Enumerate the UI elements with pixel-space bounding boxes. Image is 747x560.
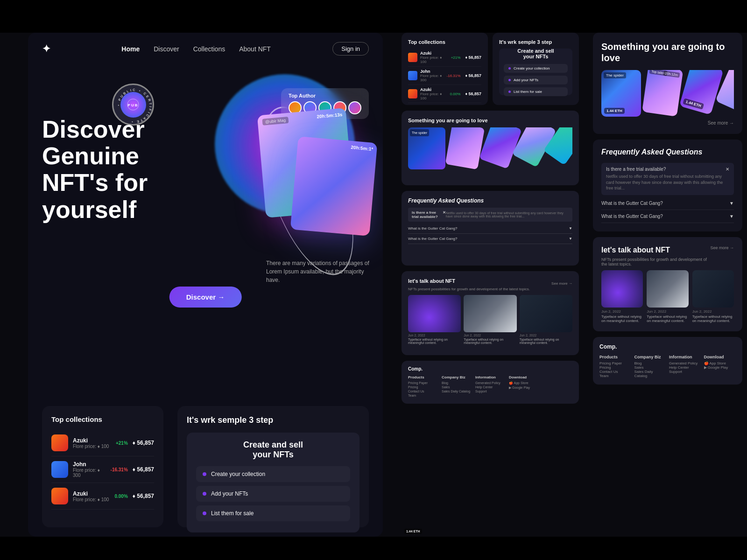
mini-col-row-3: Azuki Flore price: ♦ 100 0.00% ♦ 56,857 <box>408 85 481 103</box>
footer-full-item-1-2: Pricing <box>599 365 632 370</box>
mini-faq-item-3[interactable]: What is the Gutter Cat Gang? ▼ <box>408 234 572 244</box>
steps-card: It's wrk semple 3 step Create and sellyo… <box>177 406 369 527</box>
discover-button[interactable]: Discover → <box>169 287 242 308</box>
nav-collections[interactable]: Collections <box>193 45 225 53</box>
mini-step-card-title: Create and sellyour NFTs <box>517 48 554 59</box>
mini-love-title: Something you are going to love <box>408 117 572 124</box>
collection-floor-2: Flore price: ♦ 300 <box>73 468 106 478</box>
signin-button[interactable]: Sign in <box>332 42 369 56</box>
love-see-more[interactable]: See more → <box>601 120 734 126</box>
faq-main-title: Frequently Asked Questions <box>601 148 734 156</box>
footer-col-3-title: Information <box>475 375 505 379</box>
footer-full-col2-title: Company Biz <box>634 355 667 359</box>
mini-blog-img-1 <box>408 295 461 332</box>
main-panel: ✦ Home Discover Collections About NFT Si… <box>28 33 383 537</box>
collection-price-1: ♦ 56,857 <box>133 440 154 446</box>
step-item-2[interactable]: Add your NFTs <box>196 486 350 502</box>
mini-col-row-2: John Flore price: ♦ 300 -16.31% ♦ 56,857 <box>408 67 481 85</box>
nav-links: Home Discover Collections About NFT <box>78 45 314 53</box>
collection-name-2: John <box>73 461 106 468</box>
collection-change-2: -16.31% <box>111 467 128 472</box>
faq-item-1[interactable]: Is there a free trial available? ✕ Netfl… <box>601 163 734 195</box>
blog-post-full-2: Jun 2, 2022 Typeface without relying on … <box>647 270 688 323</box>
mini-blog-sub: NFTs present possibilities for growth an… <box>408 287 530 291</box>
love-main-title: Something you are going to love <box>601 41 734 63</box>
bottom-bar <box>0 537 747 560</box>
faq-item-3[interactable]: What is the Gutter Cat Gang? ▼ <box>601 210 734 223</box>
blog-post-full-1: Jun 2, 2022 Typeface without relying on … <box>601 270 643 323</box>
footer-full-item-2-2: Sales <box>634 365 667 370</box>
footer-item-1-4: Team <box>408 394 438 397</box>
mini-avatar-3 <box>408 89 417 98</box>
nft-card-1-timer: 20h:5m:13s <box>317 112 343 119</box>
footer-grid: Products Pricing Paper Pricing Contact U… <box>408 375 572 398</box>
nav-about[interactable]: About NFT <box>239 45 271 53</box>
faq-q2: What is the Gutter Cat Gang? ▼ <box>601 201 734 206</box>
collection-price-3: ♦ 56,857 <box>133 493 154 499</box>
mini-footer-card: Comp. Products Pricing Paper Pricing Con… <box>402 361 579 404</box>
mini-steps-card: It's wrk semple 3 step Create and sellyo… <box>493 33 579 105</box>
blog-full-posts: Jun 2, 2022 Typeface without relying on … <box>601 270 734 323</box>
mini-avatar-1 <box>408 53 417 62</box>
love-card-1-label: The spider <box>604 72 626 78</box>
mini-blog-post-1: Jun 2, 2022 Typeface without relying on … <box>408 295 461 344</box>
collection-name-1: Azuki <box>73 437 111 444</box>
footer-item-3-2: Help Center <box>475 385 505 389</box>
footer-full-card: Comp. Products Pricing Paper Pricing Con… <box>593 337 742 385</box>
footer-item-1-3: Contact Us <box>408 390 438 393</box>
footer-item-1-2: Pricing <box>408 385 438 389</box>
mini-step-3: List them for sale <box>504 87 568 96</box>
nft-card-2-timer: 20h:5m:1* <box>351 145 374 152</box>
mini-faq-title: Frequently Asked Questions <box>408 197 572 204</box>
love-full-card: Something you are going to love 1.44 ETH… <box>593 33 742 134</box>
footer-full-company: Comp. <box>599 343 736 350</box>
footer-full-col3-title: Information <box>669 355 701 359</box>
mini-faq-a1: Netflix used to offer 30 days of free tr… <box>446 211 569 219</box>
nft-card-2: 20h:5m:1* <box>290 136 378 236</box>
step-card-title: Create and sellyour NFTs <box>196 440 350 460</box>
blog-date-2: Jun 2, 2022 <box>647 309 688 314</box>
love-card-3-price: 1.44 ETH <box>683 98 704 110</box>
nav-home[interactable]: Home <box>121 45 140 53</box>
collection-price-2: ♦ 56,857 <box>133 466 154 473</box>
footer-full-item-1-4: Team <box>599 374 632 378</box>
mini-faq-item-2[interactable]: What is the Gutter Cat Gang? ▼ <box>408 224 572 234</box>
footer-item-2-2: Sales <box>442 385 472 389</box>
mini-faq-item-1[interactable]: Is there a free trial available? ✕ Netfl… <box>408 208 572 222</box>
collection-avatar-1 <box>51 434 68 451</box>
step-item-1[interactable]: Create your collection <box>196 466 350 482</box>
blog-date-1: Jun 2, 2022 <box>601 309 643 314</box>
mini-love-card: Something you are going to love The spid… <box>402 111 579 185</box>
mini-top-collections: Top collections Azuki Flore price: ♦ 100… <box>402 33 488 105</box>
top-bar <box>0 0 747 33</box>
footer-full-col4-title: Download <box>704 355 736 359</box>
faq-q1: Is there a free trial available? ✕ <box>606 167 729 172</box>
mini-row-1: Top collections Azuki Flore price: ♦ 100… <box>402 33 579 105</box>
blog-full-title: let's talk about NFT <box>601 245 710 255</box>
mini-blog-date-2: Jun 2, 2022 <box>464 334 516 337</box>
nft-cards: @ubir Mag 20h:5m:13s 20h:5m:1* <box>252 112 374 242</box>
footer-full-item-3-1: Generated Policy <box>669 361 701 365</box>
step-item-3[interactable]: List them for sale <box>196 505 350 521</box>
step-label-2: Add your NFTs <box>211 490 248 497</box>
right-panel-2: Something you are going to love 1.44 ETH… <box>593 33 742 537</box>
footer-item-3-3: Support <box>475 390 505 393</box>
footer-full-item-3-2: Help Center <box>669 365 701 370</box>
blog-see-more[interactable]: See more → <box>551 281 572 286</box>
collection-name-3: Azuki <box>73 490 110 497</box>
blog-full-sub: NFTs present possibilities for growth an… <box>601 257 710 266</box>
mini-blog-img-3 <box>520 295 572 332</box>
collection-avatar-2 <box>51 461 68 478</box>
mini-step-1: Create your collection <box>504 64 568 73</box>
mini-col-row-1: Azuki Flore price: ♦ 100 +21% ♦ 56,857 <box>408 49 481 67</box>
blog-full-see-more[interactable]: See more → <box>710 245 734 250</box>
love-card-3: 1.44 ETH <box>679 70 724 115</box>
step-dot-3 <box>203 511 206 515</box>
nav-discover[interactable]: Discover <box>154 45 179 53</box>
right-panel-1: Top collections Azuki Flore price: ♦ 100… <box>402 33 579 537</box>
step-label-1: Create your collection <box>211 471 265 477</box>
blog-cap-2: Typeface without relying on meaningful c… <box>647 315 688 323</box>
faq-item-2[interactable]: What is the Gutter Cat Gang? ▼ <box>601 197 734 210</box>
collection-info-3: Azuki Flore price: ♦ 100 <box>73 490 110 502</box>
footer-item-4-1: 🍎 App Store <box>509 381 539 385</box>
